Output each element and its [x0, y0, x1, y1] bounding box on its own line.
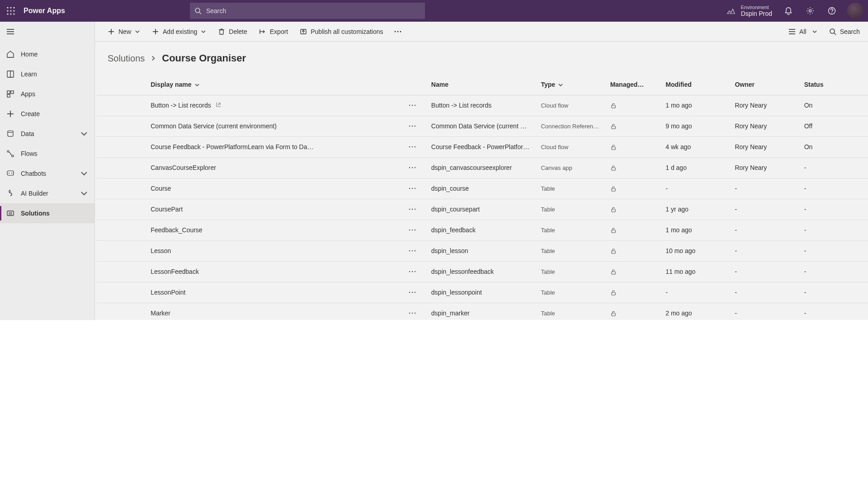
svg-point-56 [415, 105, 416, 106]
row-select[interactable] [97, 220, 124, 240]
view-filter-button[interactable]: All [784, 24, 822, 39]
add-existing-button[interactable]: Add existing [147, 24, 211, 39]
svg-point-11 [809, 10, 811, 12]
notifications-button[interactable] [778, 0, 799, 22]
nav-item-ai-builder[interactable]: AI Builder [0, 183, 94, 203]
table-row[interactable]: Coursedspin_courseTable--- [97, 178, 868, 199]
row-more-button[interactable] [405, 282, 420, 303]
table-row[interactable]: Button -> List recordsButton -> List rec… [97, 95, 868, 116]
col-modified[interactable]: Modified [660, 74, 729, 95]
row-more-button[interactable] [405, 303, 420, 320]
row-select[interactable] [97, 136, 124, 157]
svg-rect-20 [11, 91, 14, 94]
row-more-button[interactable] [405, 178, 420, 199]
svg-line-10 [199, 12, 201, 14]
solution-components-table[interactable]: Display name Name Type Managed… Modified… [95, 74, 868, 320]
app-launcher-button[interactable] [0, 0, 22, 22]
cell-status: - [799, 240, 868, 261]
cell-display-name[interactable]: Feedback_Course [145, 220, 399, 240]
cell-display-name[interactable]: CanvasCourseExplorer [145, 157, 399, 178]
row-select[interactable] [97, 116, 124, 136]
help-button[interactable] [821, 0, 843, 22]
nav-item-learn[interactable]: Learn [0, 64, 94, 84]
col-status[interactable]: Status [799, 74, 868, 95]
nav-item-chatbots[interactable]: Chatbots [0, 164, 94, 183]
row-select[interactable] [97, 240, 124, 261]
row-more-button[interactable] [405, 95, 420, 116]
global-search-input[interactable] [206, 7, 420, 14]
row-select[interactable] [97, 95, 124, 116]
cell-modified: 11 mo ago [660, 261, 729, 282]
row-more-button[interactable] [405, 262, 420, 282]
row-select[interactable] [97, 261, 124, 282]
new-button[interactable]: New [103, 24, 145, 39]
nav-item-label: Flows [21, 150, 38, 157]
table-row[interactable]: Common Data Service (current environment… [97, 116, 868, 136]
cell-display-name[interactable]: CoursePart [145, 199, 399, 220]
cell-owner: Rory Neary [729, 136, 798, 157]
row-select[interactable] [97, 282, 124, 303]
row-select[interactable] [97, 157, 124, 178]
chevron-down-icon [80, 169, 88, 178]
unlock-icon [610, 144, 617, 150]
table-row[interactable]: Course Feedback - PowerPlatformLearn via… [97, 136, 868, 157]
svg-point-28 [9, 173, 9, 174]
cell-modified: 10 mo ago [660, 240, 729, 261]
settings-button[interactable] [799, 0, 821, 22]
cell-display-name[interactable]: LessonPoint [145, 282, 399, 303]
nav-item-create[interactable]: Create [0, 104, 94, 124]
cell-display-name[interactable]: Course Feedback - PowerPlatformLearn via… [145, 136, 399, 157]
row-more-button[interactable] [405, 241, 420, 261]
nav-item-flows[interactable]: Flows [0, 144, 94, 164]
row-select[interactable] [97, 199, 124, 220]
nav-item-apps[interactable]: Apps [0, 84, 94, 104]
col-display-name[interactable]: Display name [145, 74, 399, 95]
nav-item-home[interactable]: Home [0, 44, 94, 64]
breadcrumb-current: Course Organiser [162, 52, 246, 64]
col-managed[interactable]: Managed… [605, 74, 660, 95]
table-row[interactable]: CanvasCourseExplorerdspin_canvascourseex… [97, 157, 868, 178]
chevron-down-icon [194, 82, 200, 88]
table-row[interactable]: CoursePartdspin_coursepartTable1 yr ago-… [97, 199, 868, 220]
table-row[interactable]: LessonFeedbackdspin_lessonfeedbackTable1… [97, 261, 868, 282]
svg-point-92 [415, 292, 416, 293]
command-overflow-button[interactable] [391, 24, 405, 39]
col-owner[interactable]: Owner [729, 74, 798, 95]
delete-button[interactable]: Delete [213, 24, 251, 39]
table-row[interactable]: Lessondspin_lessonTable10 mo ago-- [97, 240, 868, 261]
row-more-button[interactable] [405, 158, 420, 178]
global-search[interactable] [190, 3, 425, 19]
cell-display-name[interactable]: LessonFeedback [145, 261, 399, 282]
row-more-button[interactable] [405, 199, 420, 220]
col-name[interactable]: Name [426, 74, 536, 95]
cell-display-name[interactable]: Button -> List records [145, 95, 399, 116]
row-more-button[interactable] [405, 137, 420, 157]
row-more-button[interactable] [405, 220, 420, 240]
table-row[interactable]: LessonPointdspin_lessonpointTable--- [97, 282, 868, 303]
table-row[interactable]: Feedback_Coursedspin_feedbackTable1 mo a… [97, 220, 868, 240]
nav-collapse-button[interactable] [0, 22, 94, 42]
account-avatar[interactable] [847, 3, 863, 19]
cell-display-name[interactable]: Common Data Service (current environment… [145, 116, 399, 136]
row-select[interactable] [97, 178, 124, 199]
nav-item-data[interactable]: Data [0, 124, 94, 144]
col-type[interactable]: Type [535, 74, 604, 95]
cell-display-name[interactable]: Course [145, 178, 399, 199]
command-search[interactable]: Search [825, 28, 860, 35]
svg-rect-85 [612, 251, 615, 253]
environment-picker[interactable]: Environment Dspin Prod [726, 5, 778, 18]
row-select[interactable] [97, 303, 124, 320]
nav-item-solutions[interactable]: Solutions [0, 203, 94, 223]
cell-display-name[interactable]: Lesson [145, 240, 399, 261]
cell-managed [605, 157, 660, 178]
svg-point-26 [12, 155, 14, 157]
publish-all-button[interactable]: Publish all customizations [295, 24, 387, 39]
table-row[interactable]: Markerdspin_markerTable2 mo ago-- [97, 303, 868, 320]
cell-name: Button -> List records [426, 95, 536, 116]
row-more-button[interactable] [405, 116, 420, 136]
svg-point-24 [8, 131, 13, 132]
cell-display-name[interactable]: Marker [145, 303, 399, 320]
breadcrumb-root[interactable]: Solutions [108, 53, 145, 64]
nav-item-label: Create [21, 110, 40, 117]
export-button[interactable]: Export [255, 24, 292, 39]
